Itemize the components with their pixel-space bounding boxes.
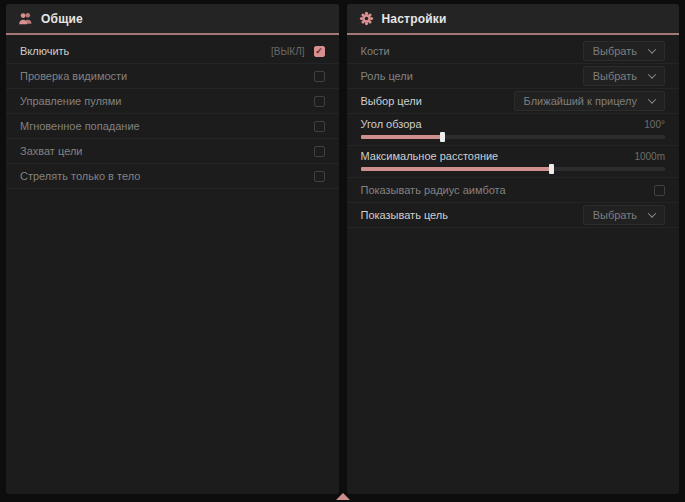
max-distance-value: 1000m <box>634 151 665 162</box>
panel-settings: Настройки Кости Выбрать Роль цели Выбрат… <box>347 4 680 494</box>
row-target-selection-label: Выбор цели <box>361 95 422 107</box>
row-target-lock: Захват цели <box>6 139 339 164</box>
row-fov: Угол обзора 100° <box>347 114 680 146</box>
visibility-check-checkbox[interactable] <box>314 71 325 82</box>
bones-dropdown[interactable]: Выбрать <box>583 41 665 61</box>
instant-hit-checkbox[interactable] <box>314 121 325 132</box>
row-target-role-label: Роль цели <box>361 70 413 82</box>
row-visibility-check: Проверка видимости <box>6 64 339 89</box>
row-bones: Кости Выбрать <box>347 39 680 64</box>
mod-menu: Общие Включить [ВЫКЛ] Проверка видимости… <box>0 0 685 502</box>
panel-settings-header: Настройки <box>347 4 680 33</box>
chevron-down-icon <box>648 209 656 217</box>
fov-slider[interactable] <box>361 135 666 139</box>
target-selection-dropdown[interactable]: Ближайший к прицелу <box>514 91 665 111</box>
row-bones-label: Кости <box>361 45 390 57</box>
target-role-dropdown[interactable]: Выбрать <box>583 66 665 86</box>
row-body-only-label: Стрелять только в тело <box>20 170 140 182</box>
body-only-checkbox[interactable] <box>314 171 325 182</box>
gear-icon <box>359 11 374 26</box>
row-max-distance: Максимальное расстояние 1000m <box>347 146 680 178</box>
hotkey-state-hint: [ВЫКЛ] <box>271 46 304 57</box>
row-visibility-check-label: Проверка видимости <box>20 70 127 82</box>
row-bullet-control: Управление пулями <box>6 89 339 114</box>
row-target-selection: Выбор цели Ближайший к прицелу <box>347 89 680 114</box>
row-show-target-label: Показывать цель <box>361 209 449 221</box>
row-fov-label: Угол обзора <box>361 118 422 130</box>
general-rows: Включить [ВЫКЛ] Проверка видимости Управ… <box>6 35 339 189</box>
row-max-distance-label: Максимальное расстояние <box>361 150 499 162</box>
row-body-only: Стрелять только в тело <box>6 164 339 189</box>
show-aimbot-radius-checkbox[interactable] <box>654 185 665 196</box>
row-target-role: Роль цели Выбрать <box>347 64 680 89</box>
panel-general-title: Общие <box>41 12 83 26</box>
fov-value: 100° <box>644 119 665 130</box>
settings-rows: Кости Выбрать Роль цели Выбрать Выбор це… <box>347 35 680 228</box>
row-instant-hit-label: Мгновенное попадание <box>20 120 140 132</box>
row-enable-label: Включить <box>20 45 69 57</box>
bullet-control-checkbox[interactable] <box>314 96 325 107</box>
chevron-down-icon <box>648 45 656 53</box>
max-distance-slider[interactable] <box>361 167 666 171</box>
row-instant-hit: Мгновенное попадание <box>6 114 339 139</box>
chevron-down-icon <box>648 70 656 78</box>
row-show-aimbot-radius-label: Показывать радиус аимбота <box>361 184 506 196</box>
row-enable: Включить [ВЫКЛ] <box>6 39 339 64</box>
panel-settings-title: Настройки <box>382 12 447 26</box>
enable-checkbox[interactable] <box>314 46 325 57</box>
target-lock-checkbox[interactable] <box>314 146 325 157</box>
row-show-target: Показывать цель Выбрать <box>347 203 680 228</box>
row-target-lock-label: Захват цели <box>20 145 82 157</box>
panel-general-header: Общие <box>6 4 339 33</box>
show-target-dropdown[interactable]: Выбрать <box>583 205 665 225</box>
panel-general: Общие Включить [ВЫКЛ] Проверка видимости… <box>6 4 339 494</box>
slider-thumb[interactable] <box>440 132 445 142</box>
row-bullet-control-label: Управление пулями <box>20 95 122 107</box>
row-show-aimbot-radius: Показывать радиус аимбота <box>347 178 680 203</box>
chevron-down-icon <box>648 95 656 103</box>
users-icon <box>18 11 33 26</box>
slider-thumb[interactable] <box>549 164 554 174</box>
scroll-indicator-triangle[interactable] <box>336 493 350 500</box>
